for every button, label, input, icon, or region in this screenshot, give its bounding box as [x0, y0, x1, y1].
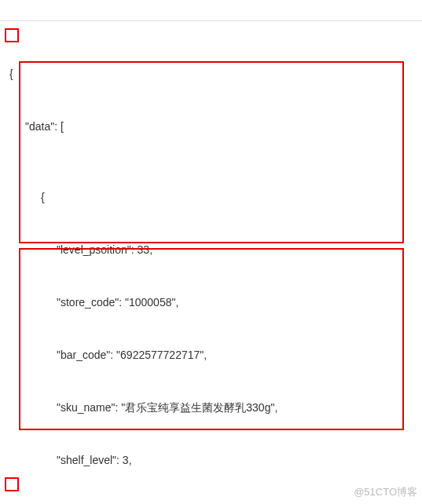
- item1-sku-name: "sku_name": "君乐宝纯享益生菌发酵乳330g",: [9, 399, 416, 416]
- item1-open: {: [9, 188, 416, 206]
- item1-shelf-level: "shelf_level": 3,: [9, 451, 416, 469]
- data-key-open: "data": [: [9, 118, 416, 135]
- json-pre-block: { "data": [ { "level_psoition": 33, "sto…: [6, 8, 416, 504]
- highlight-box-top-brace: [5, 28, 19, 42]
- watermark: @51CTO博客: [354, 485, 417, 499]
- item1-bar-code: "bar_code": "6922577722717",: [9, 346, 416, 363]
- item1-store-code: "store_code": "1000058",: [9, 294, 416, 311]
- json-content-area: { "data": [ { "level_psoition": 33, "sto…: [0, 0, 422, 504]
- root-open-brace: {: [9, 65, 416, 82]
- item1-level-psoition: "level_psoition": 33,: [9, 241, 416, 258]
- highlight-box-bottom-brace: [5, 477, 19, 491]
